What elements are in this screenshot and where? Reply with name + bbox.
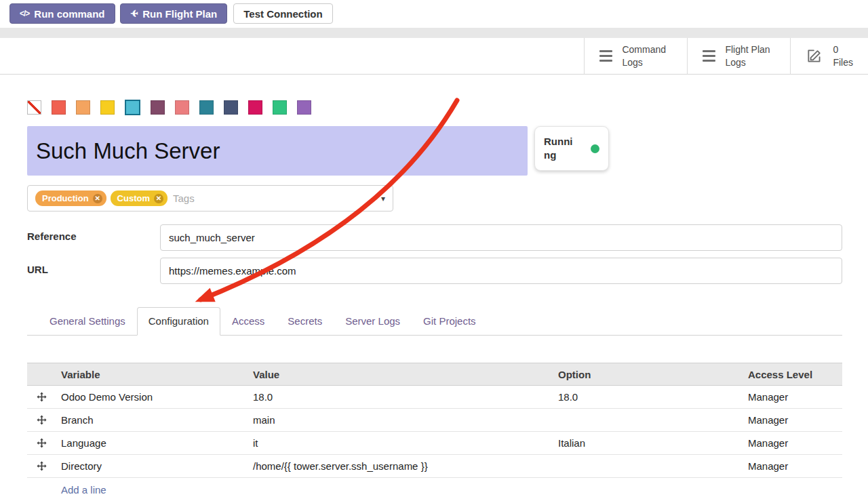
color-swatch-orange[interactable] [76,100,90,115]
access-column-header: Access Level [743,363,842,386]
value-column-header: Value [248,363,553,386]
drag-handle-icon[interactable] [27,455,56,478]
separator-band [0,28,868,38]
notebook-tabs: General Settings Configuration Access Se… [27,307,842,336]
header-spacer [0,38,584,74]
top-toolbar: </> Run command ✈ Run Flight Plan Test C… [0,0,868,28]
color-swatch-yellow[interactable] [100,100,115,115]
drag-handle-icon[interactable] [27,409,56,432]
table-header-row: Variable Value Option Access Level [27,363,842,386]
cell-access[interactable]: Manager [743,455,842,478]
cell-option[interactable]: Italian [553,432,743,455]
chevron-down-icon[interactable]: ▾ [381,194,385,203]
cell-access[interactable]: Manager [743,409,842,432]
server-name-input[interactable]: Such Much Server [27,126,528,176]
add-line-row: Add a line [27,478,842,503]
cell-variable[interactable]: Directory [56,455,248,478]
list-icon [599,50,612,62]
status-dot-icon [591,144,599,153]
code-icon: </> [20,9,29,18]
cell-value[interactable]: 18.0 [248,386,553,409]
color-palette [27,100,842,115]
list-icon [703,50,715,62]
reference-row: Reference such_much_server [27,224,842,251]
tab-secrets[interactable]: Secrets [276,307,334,336]
table-row[interactable]: Odoo Demo Version 18.0 18.0 Manager [27,386,842,409]
cell-option[interactable] [553,455,743,478]
flight-plan-logs-button[interactable]: Flight Plan Logs [687,38,790,74]
flight-plan-logs-label: Flight Plan Logs [725,43,775,69]
run-flight-plan-label: Run Flight Plan [142,8,217,20]
tag-production[interactable]: Production ✕ [35,190,106,206]
color-swatch-red[interactable] [52,100,66,115]
table-row[interactable]: Directory /home/{{ tower.server.ssh_user… [27,455,842,478]
cell-value[interactable]: it [248,432,553,455]
cell-variable[interactable]: Language [56,432,248,455]
tag-remove-icon[interactable]: ✕ [93,194,102,203]
status-card[interactable]: Running [534,126,609,171]
url-input[interactable]: https://memes.example.com [160,258,842,284]
tag-custom-label: Custom [117,193,150,203]
option-column-header: Option [553,363,743,386]
cell-value[interactable]: /home/{{ tower.server.ssh_username }} [248,455,553,478]
tab-git-projects[interactable]: Git Projects [412,307,488,336]
drag-handle-icon[interactable] [27,432,56,455]
reference-label: Reference [27,224,160,251]
run-command-label: Run command [34,8,104,20]
title-row: Such Much Server Running [27,126,842,176]
color-swatch-light-blue-selected[interactable] [125,100,140,115]
tags-placeholder: Tags [173,193,195,204]
plane-icon: ✈ [130,8,138,19]
tab-access[interactable]: Access [220,307,276,336]
run-command-button[interactable]: </> Run command [9,3,115,24]
color-swatch-green[interactable] [273,100,287,115]
color-swatch-fuchsia[interactable] [248,100,262,115]
table-row[interactable]: Language it Italian Manager [27,432,842,455]
cell-option[interactable]: 18.0 [553,386,743,409]
reference-input[interactable]: such_much_server [160,224,842,251]
main-content: Such Much Server Running Production ✕ Cu… [0,100,868,503]
table-row[interactable]: Branch main Manager [27,409,842,432]
variables-table: Variable Value Option Access Level Odoo … [27,363,842,478]
status-label: Running [544,135,576,163]
header-row: Command Logs Flight Plan Logs 0 Files [0,38,868,75]
color-swatch-purple[interactable] [297,100,311,115]
color-swatch-salmon[interactable] [175,100,189,115]
color-swatch-teal[interactable] [199,100,214,115]
command-logs-label: Command Logs [622,43,672,69]
color-swatch-none[interactable] [27,100,41,115]
cell-option[interactable] [553,409,743,432]
url-row: URL https://memes.example.com [27,258,842,284]
cell-access[interactable]: Manager [743,386,842,409]
tab-general-settings[interactable]: General Settings [38,307,137,336]
cell-variable[interactable]: Odoo Demo Version [56,386,248,409]
cell-value[interactable]: main [248,409,553,432]
cell-access[interactable]: Manager [743,432,842,455]
cell-variable[interactable]: Branch [56,409,248,432]
test-connection-label: Test Connection [243,8,322,20]
tag-custom[interactable]: Custom ✕ [111,190,167,206]
url-label: URL [27,258,160,284]
color-swatch-dark-blue[interactable] [224,100,238,115]
handle-column-header [27,363,56,386]
edit-pencil-icon [806,47,823,65]
add-a-line-link[interactable]: Add a line [61,484,106,496]
variable-column-header: Variable [56,363,248,386]
test-connection-button[interactable]: Test Connection [233,3,332,24]
files-label: Files [833,56,853,69]
tag-production-label: Production [42,193,89,203]
command-logs-button[interactable]: Command Logs [584,38,687,74]
tab-configuration[interactable]: Configuration [137,307,220,336]
drag-handle-icon[interactable] [27,386,56,409]
tab-server-logs[interactable]: Server Logs [334,307,412,336]
files-button[interactable]: 0 Files [790,38,868,74]
files-count: 0 [833,43,853,56]
run-flight-plan-button[interactable]: ✈ Run Flight Plan [120,3,228,24]
tag-remove-icon[interactable]: ✕ [154,194,163,203]
tags-input[interactable]: Production ✕ Custom ✕ Tags ▾ [27,185,393,212]
color-swatch-dark-purple[interactable] [151,100,165,115]
